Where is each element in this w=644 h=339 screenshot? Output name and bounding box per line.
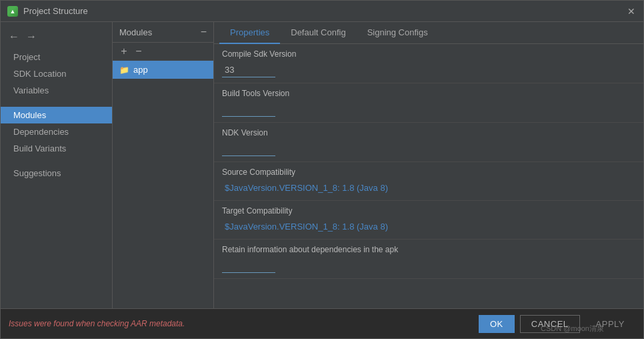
content-area: Properties Default Config Signing Config… [214,22,643,308]
ndk-value[interactable] [222,141,275,156]
property-compile-sdk: Compile Sdk Version 33 [214,44,643,83]
sidebar: ← → Project SDK Location Variables Modul… [1,22,113,308]
retain-info-label: Retain information about dependencies in… [214,240,643,257]
tab-default-config[interactable]: Default Config [280,22,356,44]
retain-info-value[interactable] [222,258,275,273]
target-compat-value-row: $JavaVersion.VERSION_1_8: 1.8 (Java 8) [214,218,643,239]
module-item-app[interactable]: 📁 app [113,61,213,79]
compile-sdk-value[interactable]: 33 [222,63,275,77]
build-tools-value[interactable] [222,102,275,117]
modules-label: Modules [119,27,152,37]
dialog-title: Project Structure [23,6,88,16]
close-button[interactable]: ✕ [626,6,637,17]
tabs-bar: Properties Default Config Signing Config… [214,22,643,44]
title-bar-left: ▲ Project Structure [7,6,88,17]
retain-info-value-row [214,257,643,278]
modules-panel: Modules − + − 📁 app [113,22,214,308]
compile-sdk-value-row: 33 [214,61,643,83]
source-compat-value[interactable]: $JavaVersion.VERSION_1_8: 1.8 (Java 8) [222,181,391,195]
modules-toolbar: + − [113,43,213,61]
sidebar-item-build-variants[interactable]: Build Variants [1,140,112,157]
target-compat-label: Target Compatibility [214,201,643,218]
watermark: CSDN @moon清泉 [541,324,604,334]
source-compat-value-row: $JavaVersion.VERSION_1_8: 1.8 (Java 8) [214,180,643,200]
compile-sdk-label: Compile Sdk Version [214,44,643,61]
build-tools-value-row [214,101,643,122]
sidebar-item-dependencies[interactable]: Dependencies [1,123,112,140]
modules-close-button[interactable]: − [201,26,207,38]
sidebar-item-variables[interactable]: Variables [1,82,112,99]
tab-content-properties: Compile Sdk Version 33 Build Tools Versi… [214,44,643,308]
right-panel: Modules − + − 📁 app [113,22,643,308]
property-retain-info: Retain information about dependencies in… [214,240,643,279]
sidebar-nav: ← → [1,27,112,49]
tab-properties[interactable]: Properties [219,22,280,44]
module-name: app [133,65,148,75]
module-list: 📁 app [113,61,213,308]
sidebar-item-suggestions[interactable]: Suggestions [1,165,112,182]
property-target-compat: Target Compatibility $JavaVersion.VERSIO… [214,201,643,240]
modules-header: Modules − [113,22,213,43]
sidebar-item-modules[interactable]: Modules [1,107,112,123]
build-tools-label: Build Tools Version [214,83,643,101]
module-icon: 📁 [119,65,129,75]
issues-text: Issues were found when checking AAR meta… [9,319,185,328]
nav-forward-button[interactable]: → [25,30,38,43]
add-module-button[interactable]: + [118,45,130,57]
dialog-body: ← → Project SDK Location Variables Modul… [1,22,643,308]
nav-back-button[interactable]: ← [7,30,21,43]
property-build-tools: Build Tools Version [214,83,643,123]
remove-module-button[interactable]: − [133,45,145,57]
ndk-label: NDK Version [214,123,643,140]
ndk-value-row [214,140,643,161]
title-bar-controls: ✕ [626,6,637,17]
tab-signing-configs[interactable]: Signing Configs [357,22,439,44]
source-compat-label: Source Compatibility [214,162,643,180]
sidebar-item-project[interactable]: Project [1,49,112,65]
target-compat-value[interactable]: $JavaVersion.VERSION_1_8: 1.8 (Java 8) [222,220,391,234]
property-source-compat: Source Compatibility $JavaVersion.VERSIO… [214,162,643,201]
ok-button[interactable]: OK [479,315,515,333]
title-bar: ▲ Project Structure ✕ [1,1,643,22]
property-ndk: NDK Version [214,123,643,162]
project-structure-dialog: ▲ Project Structure ✕ ← → Project SDK L [0,0,644,339]
sidebar-item-sdk-location[interactable]: SDK Location [1,65,112,82]
android-icon: ▲ [7,6,18,17]
